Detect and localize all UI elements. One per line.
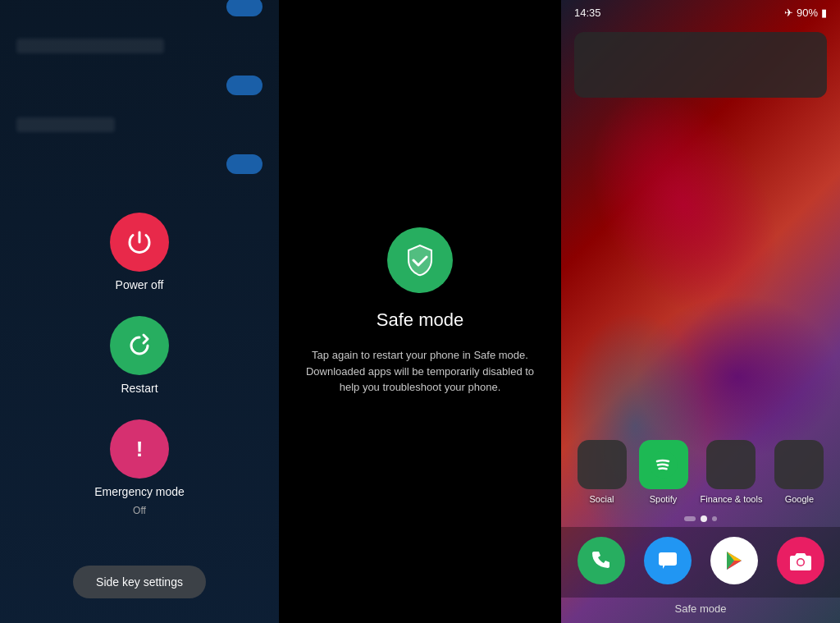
emergency-icon: ! — [125, 434, 154, 464]
restart-option[interactable]: Restart — [110, 316, 169, 395]
battery-icon: ▮ — [821, 7, 827, 19]
dock-item-camera[interactable] — [777, 537, 824, 584]
page-dot-lines — [684, 516, 696, 521]
spotify-logo-icon — [649, 450, 678, 479]
power-off-icon-circle — [110, 213, 169, 272]
restart-label: Restart — [121, 382, 158, 395]
blurred-row-5 — [16, 117, 115, 132]
app-item-social[interactable]: Social — [578, 440, 627, 504]
finance-label: Finance & tools — [701, 494, 763, 504]
page-dot-active — [701, 515, 707, 522]
airplane-icon: ✈ — [784, 7, 793, 19]
restart-icon — [125, 331, 154, 360]
dock-item-messages[interactable] — [644, 537, 692, 584]
emergency-mode-option[interactable]: ! Emergency mode Off — [94, 419, 185, 516]
camera-lens-icon — [788, 548, 813, 573]
blurred-row-6 — [16, 157, 262, 172]
emergency-icon-circle: ! — [110, 419, 169, 479]
dock-item-play[interactable] — [710, 537, 758, 584]
notification-area — [574, 32, 827, 98]
emergency-sub-label: Off — [133, 505, 146, 516]
battery-percent: 90% — [797, 7, 818, 19]
app-grid: Social Spotify — [561, 427, 840, 511]
messages-icon — [644, 537, 692, 584]
blurred-row-3 — [16, 39, 164, 53]
play-store-icon — [710, 537, 758, 584]
safe-mode-description: Tap again to restart your phone in Safe … — [305, 347, 535, 396]
svg-rect-2 — [659, 552, 677, 566]
safe-mode-indicator: Safe mode — [561, 598, 840, 623]
app-item-google[interactable]: Google — [774, 440, 824, 504]
safe-mode-title: Safe mode — [377, 309, 463, 331]
google-label: Google — [785, 494, 814, 504]
safe-mode-bar-label: Safe mode — [675, 602, 727, 615]
camera-icon — [777, 537, 824, 584]
page-dot-3 — [712, 516, 717, 521]
status-icons: ✈ 90% ▮ — [784, 7, 827, 19]
svg-point-4 — [797, 560, 803, 566]
bottom-dock — [561, 527, 840, 598]
blurred-row-2 — [16, 0, 262, 14]
play-triangle-icon — [720, 547, 748, 575]
emergency-label: Emergency mode — [94, 485, 185, 498]
status-bar: 14:35 ✈ 90% ▮ — [561, 0, 840, 25]
restart-icon-circle — [110, 316, 169, 375]
phone-ui: 14:35 ✈ 90% ▮ Social — [561, 0, 840, 623]
phone-icon — [578, 537, 625, 584]
spotify-label: Spotify — [650, 494, 678, 504]
safe-mode-shield-icon — [387, 227, 453, 293]
shield-check-icon — [402, 242, 438, 278]
app-item-finance[interactable]: Finance & tools — [701, 440, 763, 504]
social-label: Social — [590, 494, 614, 504]
chat-bubble-icon — [655, 548, 680, 573]
phone-call-icon — [589, 548, 614, 573]
side-key-settings-button[interactable]: Side key settings — [73, 566, 206, 598]
power-options: Power off Restart ! Em — [94, 213, 185, 516]
power-off-icon — [125, 227, 154, 257]
page-indicators — [561, 511, 840, 527]
spotify-icon — [639, 440, 688, 489]
app-item-spotify[interactable]: Spotify — [639, 440, 688, 504]
finance-folder-icon — [706, 440, 756, 489]
blurred-row-4 — [16, 78, 262, 93]
safe-mode-panel[interactable]: Safe mode Tap again to restart your phon… — [279, 0, 561, 623]
power-menu-panel: Power off Restart ! Em — [0, 0, 279, 623]
toggle-2 — [226, 76, 262, 95]
phone-screen-panel: 14:35 ✈ 90% ▮ Social — [561, 0, 840, 623]
status-time: 14:35 — [574, 7, 601, 19]
toggle-1 — [226, 0, 262, 16]
toggle-3 — [226, 154, 262, 174]
power-off-label: Power off — [116, 278, 164, 291]
svg-text:!: ! — [136, 437, 144, 461]
social-folder-icon — [578, 440, 627, 489]
dock-item-phone[interactable] — [578, 537, 625, 584]
power-off-option[interactable]: Power off — [110, 213, 169, 291]
google-folder-icon — [774, 440, 824, 489]
